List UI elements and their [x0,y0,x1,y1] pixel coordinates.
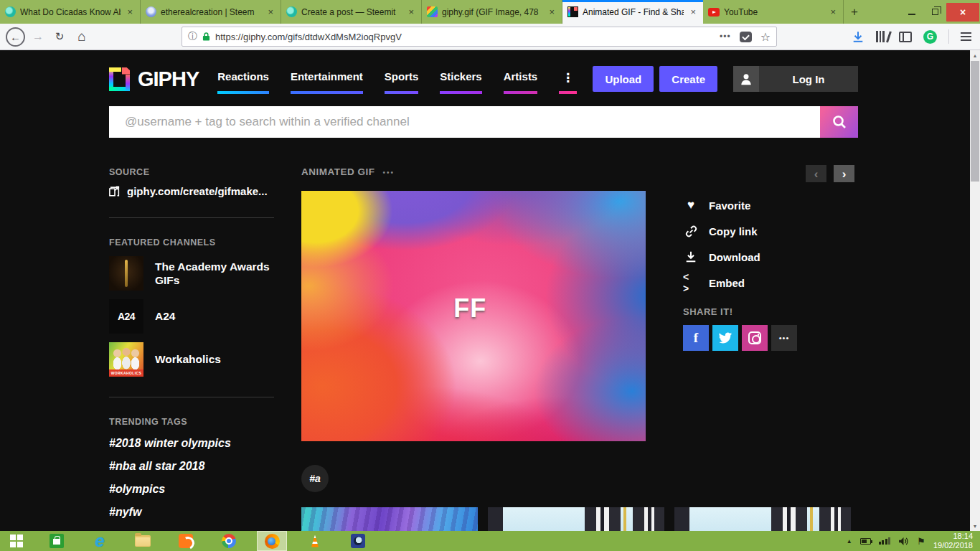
taskbar-clock[interactable]: 18:14 19/02/2018 [933,532,973,550]
nav-sports[interactable]: Sports [385,68,419,94]
taskbar-chrome[interactable] [214,531,244,551]
tab-title: giphy.gif (GIF Image, 478 [442,7,542,17]
kicker-more-icon[interactable]: ••• [383,169,395,176]
source-link[interactable]: giphy.com/create/gifmake... [127,185,268,197]
url-bar[interactable]: ⓘ https://giphy.com/gifs/dtdwXdMsM2ioqRp… [182,27,777,47]
login-button[interactable]: Log In [759,66,858,92]
scrollbar-thumb[interactable] [971,61,979,182]
nav-stickers[interactable]: Stickers [440,68,481,94]
new-tab-button[interactable]: + [844,0,865,24]
downloads-icon[interactable] [852,31,864,43]
scroll-down-icon[interactable]: ▾ [970,521,980,531]
tag-pill-a[interactable]: #a [301,465,329,492]
tab-close-icon[interactable]: × [688,6,698,17]
back-button[interactable]: ← [6,27,25,47]
nav-reactions[interactable]: Reactions [217,68,269,94]
header-right: Upload Create Log In [587,66,858,92]
taskbar-firefox-active[interactable] [257,531,287,551]
previous-gif-button[interactable]: ‹ [806,165,826,182]
grammarly-icon[interactable]: G [923,30,937,44]
channel-academy-awards[interactable]: The Academy Awards GIFs [109,256,274,291]
tab-create-post[interactable]: Create a post — Steemit × [281,0,422,24]
taskbar-internet-explorer[interactable]: e [85,531,115,551]
volume-icon[interactable] [898,537,909,546]
action-center-flag-icon[interactable]: ⚑ [917,536,925,547]
action-label: Download [709,251,760,263]
twitter-share-button[interactable] [712,325,738,351]
related-gif-thumbnail[interactable] [488,507,664,531]
sidebar-toggle-icon[interactable] [899,32,912,42]
facebook-share-button[interactable]: f [683,325,709,351]
favorite-action[interactable]: ♥ Favorite [683,198,858,212]
network-signal-icon[interactable] [879,537,891,545]
steem-favicon [146,6,156,17]
instagram-share-button[interactable] [742,325,768,351]
windows-taskbar: e ▲ ⚑ 18:14 19/02/2018 [0,531,980,551]
nav-entertainment[interactable]: Entertainment [291,68,363,94]
reload-button[interactable]: ↻ [51,30,68,43]
taskbar-file-explorer[interactable] [128,531,158,551]
pocket-icon[interactable] [740,32,752,42]
home-button[interactable]: ⌂ [72,29,91,44]
copy-link-action[interactable]: Copy link [683,224,858,238]
tray-chevron-icon[interactable]: ▲ [847,538,852,545]
login-group[interactable]: Log In [733,66,858,92]
download-action[interactable]: Download [683,250,858,264]
gif-image[interactable]: FF [301,191,646,441]
start-button[interactable] [0,531,33,551]
download-icon [683,250,699,263]
trending-tag[interactable]: #olympics [109,483,274,506]
trending-tag[interactable]: #nyfw [109,506,274,529]
embed-action[interactable]: < > Embed [683,276,858,290]
next-gif-button[interactable]: › [834,165,854,182]
tab-close-icon[interactable]: × [406,6,416,17]
tab-close-icon[interactable]: × [828,6,838,17]
taskbar-windows-store[interactable] [42,531,72,551]
tab-close-icon[interactable]: × [265,6,275,17]
bookmark-star-icon[interactable]: ☆ [760,30,771,44]
page-scrollbar[interactable]: ▴ ▾ [970,50,980,531]
restore-button[interactable] [923,0,946,24]
channel-a24[interactable]: A24 A24 [109,299,274,334]
channel-workaholics[interactable]: WORKAHOLICS Workaholics [109,342,274,377]
tab-youtube[interactable]: YouTube × [703,0,844,24]
trending-tag-list: #2018 winter olympics #nba all star 2018… [109,437,274,529]
create-button[interactable]: Create [659,66,717,92]
library-icon[interactable] [876,31,887,42]
site-info-icon[interactable]: ⓘ [188,30,197,43]
related-gif-thumbnail[interactable] [301,507,478,531]
tab-etherealcreation[interactable]: etherealcreation | Steem × [141,0,281,24]
battery-icon[interactable] [860,538,871,545]
action-label: Favorite [709,199,750,212]
tab-animated-gif-active[interactable]: Animated GIF - Find & Sha × [562,0,703,24]
trending-tags-heading: TRENDING TAGS [109,417,274,427]
trending-tag[interactable]: #nba all star 2018 [109,460,274,483]
forward-button[interactable]: → [29,30,47,43]
page-actions-icon[interactable]: ••• [720,32,731,42]
search-input[interactable] [109,106,820,138]
url-text: https://giphy.com/gifs/dtdwXdMsM2ioqRpvg… [215,32,402,42]
nav-more-icon[interactable]: ⋮ [559,68,577,94]
tab-giphy-gif[interactable]: giphy.gif (GIF Image, 478 × [422,0,562,24]
upload-button[interactable]: Upload [593,66,654,92]
hamburger-menu-icon[interactable] [961,32,971,41]
taskbar-media-player[interactable] [343,531,373,551]
site-nav: Reactions Entertainment Sports Stickers … [217,68,577,94]
taskbar-vlc[interactable] [300,531,330,551]
source-heading: SOURCE [109,167,274,177]
tab-close-icon[interactable]: × [547,6,557,17]
tab-cicadas[interactable]: What Do Cicadas Know Ab × [0,0,141,24]
scroll-up-icon[interactable]: ▴ [970,50,980,60]
search-button[interactable] [820,106,858,138]
source-link-row[interactable]: giphy.com/create/gifmake... [109,185,274,197]
minimize-button[interactable] [900,0,923,24]
tab-close-icon[interactable]: × [125,6,135,17]
nav-artists[interactable]: Artists [504,68,538,94]
trending-tag[interactable]: #2018 winter olympics [109,437,274,460]
close-button[interactable]: × [946,3,979,22]
more-share-button[interactable]: ••• [771,325,797,351]
giphy-logo[interactable]: GIPHY [109,67,199,91]
related-gif-thumbnail[interactable] [674,507,851,531]
taskbar-uc-browser[interactable] [171,531,201,551]
tab-title: etherealcreation | Steem [161,7,261,17]
